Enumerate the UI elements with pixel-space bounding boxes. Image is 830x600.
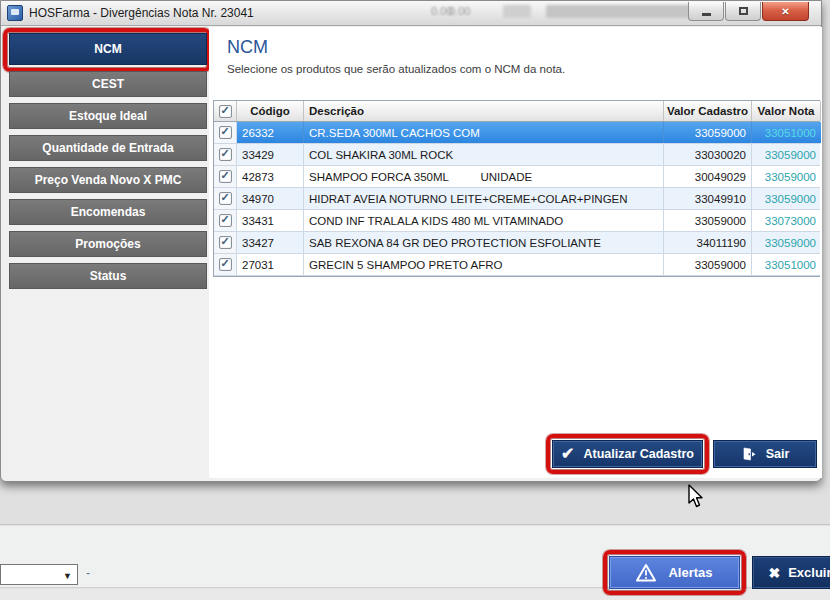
cell-descricao: HIDRAT AVEIA NOTURNO LEITE+CREME+COLAR+P…	[304, 188, 664, 209]
row-checkbox[interactable]: ✓	[219, 192, 232, 205]
check-icon: ✓	[220, 192, 229, 203]
cell-valor-cadastro: 33059000	[664, 210, 752, 231]
table-row[interactable]: ✓ 34970 HIDRAT AVEIA NOTURNO LEITE+CREME…	[214, 188, 820, 210]
sidebar-item-label: Promoções	[75, 237, 140, 251]
divergencias-dialog: HOSFarma - Divergências Nota Nr. 23041 0…	[0, 0, 822, 482]
alertas-label: Alertas	[668, 565, 712, 580]
excluir-button[interactable]: ✖ Excluir	[752, 556, 830, 589]
cell-codigo: 26332	[237, 122, 304, 143]
cell-codigo: 33429	[237, 144, 304, 165]
cell-descricao: GRECIN 5 SHAMPOO PRETO AFRO	[304, 254, 664, 275]
column-header-valor-nota[interactable]: Valor Nota	[752, 101, 821, 121]
sair-button[interactable]: Sair	[713, 440, 817, 468]
sidebar-item-encomendas[interactable]: Encomendas	[9, 199, 207, 225]
screen: ▼ - Alertas ✖ Excluir HOSFarma - Divergê…	[0, 0, 830, 600]
sidebar-item-cest[interactable]: CEST	[9, 71, 207, 97]
row-checkbox[interactable]: ✓	[219, 148, 232, 161]
table-row[interactable]: ✓ 26332 CR.SEDA 300ML CACHOS COM 3305900…	[214, 122, 820, 144]
sidebar-item-quantidade-de-entrada[interactable]: Quantidade de Entrada	[9, 135, 207, 161]
row-checkbox-cell[interactable]: ✓	[214, 166, 237, 187]
sidebar-item-label: CEST	[92, 77, 124, 91]
row-checkbox[interactable]: ✓	[219, 214, 232, 227]
alertas-button[interactable]: Alertas	[609, 556, 740, 589]
cell-codigo: 42873	[237, 166, 304, 187]
maximize-icon	[739, 7, 748, 15]
titlebar-artifact	[546, 5, 696, 18]
row-checkbox[interactable]: ✓	[219, 170, 232, 183]
window-title: HOSFarma - Divergências Nota Nr. 23041	[29, 6, 254, 20]
mouse-cursor	[686, 484, 706, 510]
minimize-icon	[702, 13, 711, 16]
row-checkbox-cell[interactable]: ✓	[214, 254, 237, 275]
sidebar-item-preco-venda-novo-x-pmc[interactable]: Preço Venda Novo X PMC	[9, 167, 207, 193]
atualizar-cadastro-button[interactable]: ✔ Atualizar Cadastro	[552, 440, 703, 468]
cell-valor-nota: 33073000	[765, 215, 816, 227]
row-checkbox-cell[interactable]: ✓	[214, 232, 237, 253]
minimize-button[interactable]	[688, 2, 724, 21]
maximize-button[interactable]	[725, 2, 761, 21]
cell-descricao: CR.SEDA 300ML CACHOS COM	[304, 122, 664, 143]
titlebar-artifact	[503, 5, 531, 18]
select-all-cell[interactable]: ✓	[214, 101, 237, 121]
title-bar[interactable]: HOSFarma - Divergências Nota Nr. 23041 0…	[1, 1, 821, 26]
column-header-valor-cadastro[interactable]: Valor Cadastro	[664, 101, 752, 121]
app-icon	[7, 5, 23, 21]
table-row[interactable]: ✓ 42873 SHAMPOO FORCA 350ML UNIDADE 3004…	[214, 166, 820, 188]
x-icon: ✖	[768, 565, 780, 581]
sidebar-item-label: Estoque Ideal	[69, 109, 147, 123]
table-header-row: ✓ Código Descrição Valor Cadastro Valor …	[214, 101, 820, 122]
cell-codigo: 27031	[237, 254, 304, 275]
row-checkbox[interactable]: ✓	[219, 126, 232, 139]
cell-valor-cadastro: 33049910	[664, 188, 752, 209]
chevron-down-icon[interactable]: ▼	[63, 571, 72, 581]
sidebar-item-estoque-ideal[interactable]: Estoque Ideal	[9, 103, 207, 129]
cell-valor-nota: 33059000	[765, 171, 816, 183]
cell-valor-cadastro: 33059000	[664, 254, 752, 275]
row-checkbox[interactable]: ✓	[219, 258, 232, 271]
cell-descricao: SAB REXONA 84 GR DEO PROTECTION ESFOLIAN…	[304, 232, 664, 253]
table-row[interactable]: ✓ 33429 COL SHAKIRA 30ML ROCK 33030020 3…	[214, 144, 820, 166]
table-row[interactable]: ✓ 27031 GRECIN 5 SHAMPOO PRETO AFRO 3305…	[214, 254, 820, 276]
page-title: NCM	[227, 37, 268, 58]
sidebar-item-label: Quantidade de Entrada	[42, 141, 173, 155]
sidebar-item-label: Status	[90, 269, 127, 283]
bottom-combobox[interactable]: ▼	[0, 564, 78, 585]
sidebar-item-ncm[interactable]: NCM	[9, 33, 207, 65]
cell-descricao: COL SHAKIRA 30ML ROCK	[304, 144, 664, 165]
sidebar-item-label: Encomendas	[71, 205, 146, 219]
cell-descricao: COND INF TRALALA KIDS 480 ML VITAMINADO	[304, 210, 664, 231]
content-panel: NCM Selecione os produtos que serão atua…	[209, 27, 822, 478]
cell-valor-cadastro: 30049029	[664, 166, 752, 187]
cell-valor-nota: 33051000	[765, 127, 816, 139]
exit-door-icon	[741, 446, 757, 462]
cell-valor-cadastro: 34011190	[664, 232, 752, 253]
check-icon: ✓	[220, 214, 229, 225]
sidebar-item-status[interactable]: Status	[9, 263, 207, 289]
check-icon: ✓	[220, 258, 229, 269]
sidebar-item-label: NCM	[94, 42, 121, 56]
warning-triangle-icon	[636, 564, 656, 582]
close-button[interactable]: ✕	[762, 2, 809, 21]
column-header-descricao[interactable]: Descrição	[304, 101, 664, 121]
sidebar-item-promocoes[interactable]: Promoções	[9, 231, 207, 257]
cell-codigo: 33427	[237, 232, 304, 253]
row-checkbox-cell[interactable]: ✓	[214, 210, 237, 231]
check-icon: ✓	[220, 170, 229, 181]
check-icon: ✓	[220, 105, 229, 116]
column-header-codigo[interactable]: Código	[237, 101, 304, 121]
sair-label: Sair	[766, 447, 790, 461]
cell-codigo: 34970	[237, 188, 304, 209]
row-checkbox-cell[interactable]: ✓	[214, 188, 237, 209]
cell-valor-cadastro: 33030020	[664, 144, 752, 165]
dash-label: -	[86, 566, 90, 580]
table-row[interactable]: ✓ 33427 SAB REXONA 84 GR DEO PROTECTION …	[214, 232, 820, 254]
row-checkbox-cell[interactable]: ✓	[214, 144, 237, 165]
row-checkbox-cell[interactable]: ✓	[214, 122, 237, 143]
select-all-checkbox[interactable]: ✓	[219, 105, 232, 118]
checkmark-icon: ✔	[561, 446, 574, 462]
table-row[interactable]: ✓ 33431 COND INF TRALALA KIDS 480 ML VIT…	[214, 210, 820, 232]
row-checkbox[interactable]: ✓	[219, 236, 232, 249]
cell-valor-nota: 33059000	[765, 237, 816, 249]
sidebar-item-label: Preço Venda Novo X PMC	[35, 173, 182, 187]
titlebar-artifact: 0.00	[431, 5, 452, 17]
